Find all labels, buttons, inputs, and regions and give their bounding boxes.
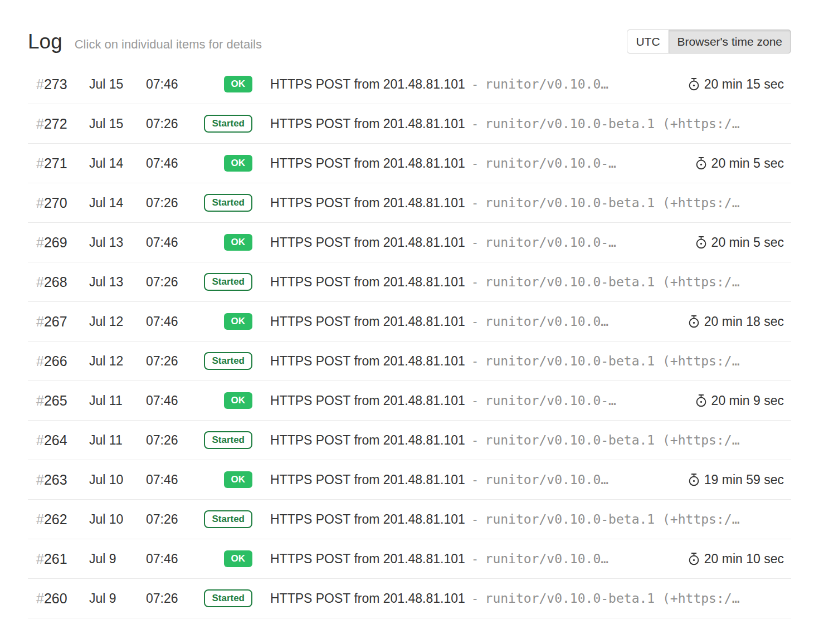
log-row[interactable]: #263 Jul 10 07:46 OK HTTPS POST from 201…: [28, 460, 791, 500]
description-separator: -: [473, 275, 477, 289]
log-row[interactable]: #265 Jul 11 07:46 OK HTTPS POST from 201…: [28, 381, 791, 421]
log-row[interactable]: #266 Jul 12 07:26 Started HTTPS POST fro…: [28, 341, 791, 381]
event-date: Jul 12: [89, 314, 146, 329]
status-badge: OK: [224, 392, 253, 409]
event-date: Jul 13: [89, 235, 146, 250]
event-time: 07:26: [146, 512, 201, 527]
event-date: Jul 11: [89, 393, 146, 408]
event-time: 07:26: [146, 196, 201, 211]
log-row[interactable]: #262 Jul 10 07:26 Started HTTPS POST fro…: [28, 500, 791, 539]
status-badge: Started: [204, 510, 252, 528]
utc-button[interactable]: UTC: [627, 30, 669, 53]
hash-prefix: #: [36, 353, 44, 369]
log-page: Log Click on individual items for detail…: [0, 0, 819, 641]
event-date: Jul 10: [89, 472, 146, 487]
log-row[interactable]: #267 Jul 12 07:46 OK HTTPS POST from 201…: [28, 302, 791, 341]
log-row[interactable]: #271 Jul 14 07:46 OK HTTPS POST from 201…: [28, 144, 791, 183]
description-separator: -: [473, 235, 477, 250]
event-date: Jul 14: [89, 156, 146, 171]
status-badge-cell: OK: [201, 550, 252, 567]
user-agent-text: runitor/v0.10.0-…: [485, 235, 616, 250]
event-description: HTTPS POST from 201.48.81.101-runitor/v0…: [270, 433, 784, 448]
status-badge: Started: [204, 194, 252, 212]
check-number: #268: [36, 274, 89, 290]
event-duration-text: 20 min 18 sec: [704, 314, 784, 329]
event-description: HTTPS POST from 201.48.81.101-runitor/v0…: [270, 77, 681, 92]
user-agent-text: runitor/v0.10.0…: [485, 314, 609, 329]
status-badge-cell: OK: [201, 234, 252, 251]
hash-prefix: #: [36, 551, 44, 567]
event-time: 07:26: [146, 433, 201, 448]
check-number-value: 263: [44, 472, 67, 487]
event-description-text: HTTPS POST from 201.48.81.101: [270, 77, 465, 91]
timezone-toggle: UTC Browser's time zone: [627, 30, 791, 53]
log-row[interactable]: #269 Jul 13 07:46 OK HTTPS POST from 201…: [28, 223, 791, 262]
description-separator: -: [473, 512, 477, 526]
event-date: Jul 14: [89, 196, 146, 211]
description-separator: -: [473, 354, 477, 368]
event-duration: 20 min 5 sec: [695, 156, 784, 171]
user-agent-text: runitor/v0.10.0-beta.1 (+https:/…: [485, 116, 740, 131]
stopwatch-icon: [688, 473, 700, 486]
page-header: Log Click on individual items for detail…: [28, 30, 791, 53]
description-separator: -: [473, 472, 477, 487]
check-number-value: 272: [44, 116, 67, 131]
check-number-value: 261: [44, 551, 67, 567]
event-time: 07:26: [146, 354, 201, 369]
stopwatch-icon: [688, 77, 700, 91]
check-number-value: 271: [44, 155, 67, 171]
log-row[interactable]: #260 Jul 9 07:26 Started HTTPS POST from…: [28, 579, 791, 618]
event-description: HTTPS POST from 201.48.81.101-runitor/v0…: [270, 393, 688, 408]
user-agent-text: runitor/v0.10.0-beta.1 (+https:/…: [485, 275, 740, 289]
log-row[interactable]: #270 Jul 14 07:26 Started HTTPS POST fro…: [28, 183, 791, 223]
check-number: #271: [36, 155, 89, 172]
status-badge: OK: [224, 313, 253, 330]
status-badge: Started: [204, 115, 252, 133]
event-date: Jul 12: [89, 354, 146, 369]
event-description: HTTPS POST from 201.48.81.101-runitor/v0…: [270, 472, 681, 487]
event-description-text: HTTPS POST from 201.48.81.101: [270, 156, 465, 170]
description-separator: -: [473, 156, 477, 170]
status-badge-cell: OK: [201, 155, 252, 172]
hash-prefix: #: [36, 76, 44, 92]
log-row[interactable]: #272 Jul 15 07:26 Started HTTPS POST fro…: [28, 104, 791, 144]
event-description: HTTPS POST from 201.48.81.101-runitor/v0…: [270, 512, 784, 527]
event-description: HTTPS POST from 201.48.81.101-runitor/v0…: [270, 591, 784, 606]
status-badge-cell: OK: [201, 471, 252, 488]
hash-prefix: #: [36, 155, 44, 171]
status-badge: OK: [224, 550, 253, 567]
event-description-text: HTTPS POST from 201.48.81.101: [270, 393, 465, 408]
check-number-value: 260: [44, 591, 67, 606]
page-title: Log: [28, 30, 62, 53]
user-agent-text: runitor/v0.10.0-beta.1 (+https:/…: [485, 512, 740, 526]
event-description: HTTPS POST from 201.48.81.101-runitor/v0…: [270, 196, 784, 211]
check-number: #263: [36, 472, 89, 488]
stopwatch-icon: [695, 236, 708, 249]
description-separator: -: [473, 196, 477, 210]
check-number-value: 264: [44, 432, 67, 448]
event-description: HTTPS POST from 201.48.81.101-runitor/v0…: [270, 314, 681, 329]
description-separator: -: [473, 393, 477, 408]
browser-timezone-button[interactable]: Browser's time zone: [669, 30, 791, 53]
event-description-text: HTTPS POST from 201.48.81.101: [270, 275, 465, 289]
log-row[interactable]: #268 Jul 13 07:26 Started HTTPS POST fro…: [28, 262, 791, 302]
log-row[interactable]: #261 Jul 9 07:46 OK HTTPS POST from 201.…: [28, 539, 791, 579]
event-duration: 20 min 18 sec: [688, 314, 784, 329]
check-number-value: 266: [44, 353, 67, 369]
user-agent-text: runitor/v0.10.0-beta.1 (+https:/…: [485, 591, 740, 606]
check-number-value: 262: [44, 511, 67, 527]
check-number: #260: [36, 591, 89, 607]
event-duration-text: 20 min 10 sec: [704, 552, 784, 567]
check-number: #272: [36, 116, 89, 132]
status-badge: OK: [224, 471, 253, 488]
description-separator: -: [473, 591, 477, 606]
log-row[interactable]: #264 Jul 11 07:26 Started HTTPS POST fro…: [28, 421, 791, 460]
stopwatch-icon: [688, 552, 700, 565]
check-number: #270: [36, 195, 89, 211]
log-row[interactable]: #273 Jul 15 07:46 OK HTTPS POST from 201…: [28, 65, 791, 104]
event-time: 07:46: [146, 235, 201, 250]
event-description-text: HTTPS POST from 201.48.81.101: [270, 591, 465, 606]
check-number-value: 269: [44, 235, 67, 250]
event-date: Jul 10: [89, 512, 146, 527]
user-agent-text: runitor/v0.10.0…: [485, 472, 609, 487]
